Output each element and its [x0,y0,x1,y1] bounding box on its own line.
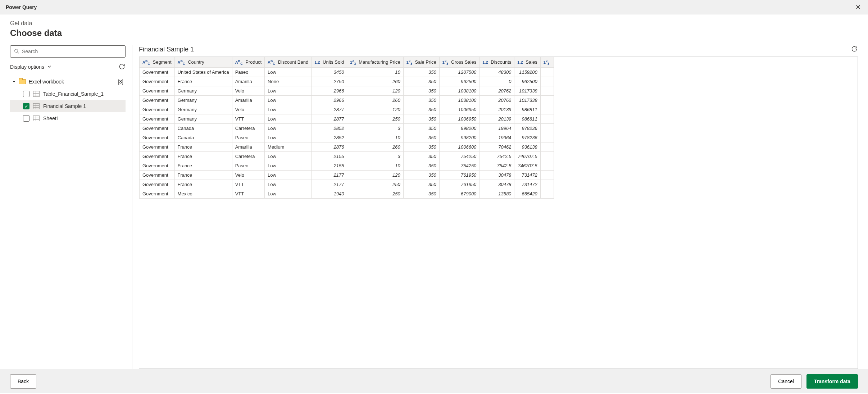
table-cell: 1006950 [439,114,480,123]
table-cell: 350 [403,161,439,170]
table-row[interactable]: GovernmentUnited States of AmericaPaseoL… [140,67,554,77]
checkbox[interactable] [23,115,29,122]
table-cell: 260 [347,142,403,151]
display-options-dropdown[interactable]: Display options [10,64,51,70]
table-cell: Paseo [232,133,264,142]
table-cell: 998200 [439,133,480,142]
table-row[interactable]: GovernmentFranceAmarillaNone275026035096… [140,77,554,86]
table-cell: 2177 [312,170,347,180]
table-cell [540,67,554,77]
table-cell: Medium [265,142,312,151]
preview-title: Financial Sample 1 [139,46,194,53]
footer-bar: Back Cancel Transform data [0,369,868,393]
table-cell: 2876 [312,142,347,151]
table-cell [540,114,554,123]
tree-item[interactable]: ✓Financial Sample 1 [10,100,126,112]
back-button[interactable]: Back [10,374,36,389]
table-cell: 1017338 [514,95,540,105]
table-cell: France [174,170,232,180]
table-cell: 2155 [312,161,347,170]
table-cell: Amarilla [232,142,264,151]
column-header[interactable]: ABC Product [232,57,264,68]
table-cell: Government [140,105,175,114]
table-cell: 986811 [514,105,540,114]
table-row[interactable]: GovernmentGermanyVeloLow2966120350103810… [140,86,554,95]
checkbox[interactable] [23,91,29,97]
tree-item[interactable]: Sheet1 [10,112,126,124]
column-header[interactable]: ABC Discount Band [265,57,312,68]
column-header[interactable]: 123 Manufacturing Price [347,57,403,68]
table-cell: 10 [347,133,403,142]
table-cell: 2750 [312,77,347,86]
table-cell: Low [265,170,312,180]
table-cell: Government [140,77,175,86]
table-cell: Low [265,180,312,189]
table-cell: France [174,142,232,151]
table-icon [33,116,40,121]
cancel-button[interactable]: Cancel [771,374,801,389]
table-cell: 30478 [480,180,514,189]
search-box[interactable] [10,45,126,58]
table-cell: 260 [347,77,403,86]
table-cell: Government [140,123,175,133]
table-cell: Government [140,133,175,142]
table-row[interactable]: GovernmentGermanyVeloLow2877120350100695… [140,105,554,114]
table-icon [33,91,40,97]
table-cell: Canada [174,123,232,133]
table-row[interactable]: GovernmentCanadaPaseoLow2852103509982001… [140,133,554,142]
table-cell: 7542.5 [480,161,514,170]
preview-refresh-icon[interactable] [851,45,858,54]
table-row[interactable]: GovernmentFrancePaseoLow2155103507542507… [140,161,554,170]
refresh-icon[interactable] [118,63,126,71]
table-cell [540,161,554,170]
table-row[interactable]: GovernmentFranceAmarillaMedium2876260350… [140,142,554,151]
table-row[interactable]: GovernmentCanadaCarreteraLow285233509982… [140,123,554,133]
table-cell: 350 [403,180,439,189]
column-header[interactable]: ABC Segment [140,57,175,68]
table-cell: Germany [174,114,232,123]
tree-folder-count: [3] [118,79,126,85]
table-cell: Government [140,86,175,95]
table-cell: Low [265,161,312,170]
table-row[interactable]: GovernmentGermanyAmarillaLow296626035010… [140,95,554,105]
column-header[interactable]: 1.2 Units Sold [312,57,347,68]
table-cell: 48300 [480,67,514,77]
column-header[interactable]: 123 Gross Sales [439,57,480,68]
close-icon[interactable]: ✕ [854,3,862,11]
breadcrumb: Get data [10,20,858,27]
table-cell: Velo [232,105,264,114]
table-row[interactable]: GovernmentFranceVeloLow21771203507619503… [140,170,554,180]
table-cell: 350 [403,114,439,123]
checkbox[interactable]: ✓ [23,103,29,109]
table-cell: Paseo [232,67,264,77]
transform-data-button[interactable]: Transform data [806,374,858,389]
table-cell: 665420 [514,189,540,198]
table-row[interactable]: GovernmentFranceVTTLow217725035076195030… [140,180,554,189]
column-header[interactable]: 123 Sale Price [403,57,439,68]
preview-pane: Financial Sample 1 ABC SegmentABC Countr… [132,45,858,369]
tree-item[interactable]: Table_Financial_Sample_1 [10,88,126,100]
table-cell: 250 [347,114,403,123]
tree-folder-excel-workbook[interactable]: Excel workbook [3] [10,76,126,88]
table-cell [540,95,554,105]
table-cell: Canada [174,133,232,142]
search-icon [14,49,19,55]
table-cell: 250 [347,189,403,198]
table-cell: 1940 [312,189,347,198]
table-cell: 350 [403,86,439,95]
table-cell: 754250 [439,151,480,161]
table-cell: France [174,151,232,161]
column-header[interactable]: 123 [540,57,554,68]
table-row[interactable]: GovernmentMexicoVTTLow194025035067900013… [140,189,554,198]
search-input[interactable] [22,49,122,54]
table-row[interactable]: GovernmentGermanyVTTLow28772503501006950… [140,114,554,123]
column-header[interactable]: 1.2 Discounts [480,57,514,68]
table-cell: 350 [403,123,439,133]
column-header[interactable]: 1.2 Sales [514,57,540,68]
tree-folder-label: Excel workbook [29,79,64,85]
column-header[interactable]: ABC Country [174,57,232,68]
table-row[interactable]: GovernmentFranceCarreteraLow215533507542… [140,151,554,161]
table-cell: 350 [403,105,439,114]
data-preview-table-container[interactable]: ABC SegmentABC CountryABC ProductABC Dis… [139,56,858,369]
table-cell: 962500 [439,77,480,86]
